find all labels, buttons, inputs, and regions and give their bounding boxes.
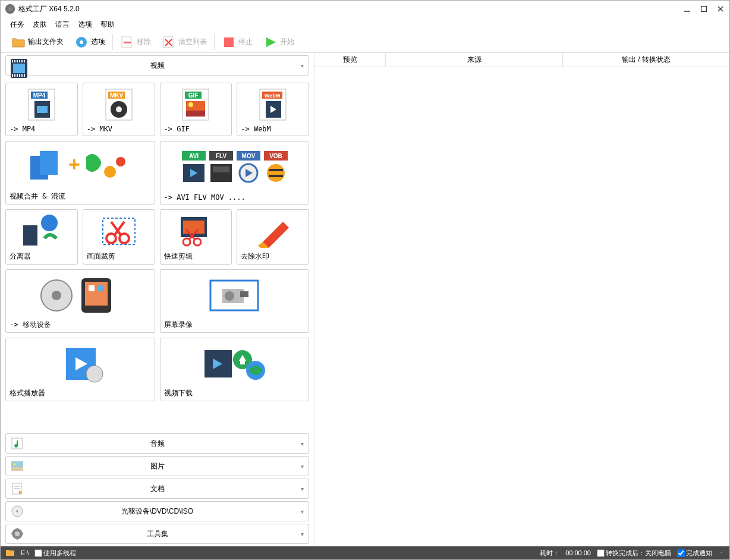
remove-icon <box>120 35 134 49</box>
tile-downloader[interactable]: 视频下载 <box>160 338 310 401</box>
start-button[interactable]: 开始 <box>260 34 298 51</box>
svg-rect-50 <box>213 166 229 172</box>
player-icon <box>10 342 151 386</box>
svg-text:MOV: MOV <box>242 153 256 159</box>
menu-help[interactable]: 帮助 <box>100 20 115 30</box>
close-button[interactable] <box>716 5 725 13</box>
clear-list-button[interactable]: 清空列表 <box>158 34 210 51</box>
tile-avi-more[interactable]: AVI FLV MOV VOB -> AVI FLV MOV .... <box>160 141 310 205</box>
chevron-down-icon: ▾ <box>301 508 304 515</box>
separator <box>112 34 113 50</box>
gif-icon: GIF <box>164 87 228 122</box>
svg-rect-11 <box>224 37 234 47</box>
tile-mkv-label: -> MKV <box>87 122 151 133</box>
tile-mp4[interactable]: MP4 -> MP4 <box>5 83 78 136</box>
svg-point-57 <box>41 215 58 231</box>
stop-button[interactable]: 停止 <box>218 34 256 51</box>
svg-rect-88 <box>240 360 245 364</box>
multithread-toggle[interactable]: 使用多线程 <box>34 549 76 558</box>
chevron-down-icon: ▾ <box>301 62 304 69</box>
tile-crop[interactable]: 画面裁剪 <box>83 209 155 265</box>
options-button[interactable]: 选项 <box>71 34 109 51</box>
audio-category-header[interactable]: 音频 ▾ <box>5 433 309 454</box>
tile-watermark[interactable]: 去除水印 <box>237 209 309 265</box>
minimize-button[interactable] <box>683 5 691 13</box>
svg-text:WebM: WebM <box>265 93 280 99</box>
disc-category-header[interactable]: 光驱设备\DVD\CD\ISO ▾ <box>5 501 309 521</box>
title-bar: 格式工厂 X64 5.2.0 <box>1 1 729 17</box>
tile-quick-trim[interactable]: 快速剪辑 <box>160 209 232 265</box>
clear-icon <box>162 35 176 49</box>
remove-button[interactable]: 移除 <box>117 34 155 51</box>
window-title: 格式工厂 X64 5.2.0 <box>18 4 683 14</box>
crop-icon <box>87 213 151 249</box>
chevron-down-icon: ▾ <box>301 441 304 447</box>
output-folder-button[interactable]: 输出文件夹 <box>8 34 67 51</box>
folder-small-icon[interactable] <box>5 548 15 558</box>
image-cat-icon <box>11 460 24 473</box>
tile-screen-rec[interactable]: 屏幕录像 <box>160 269 310 333</box>
svg-point-93 <box>13 463 15 465</box>
disc-icon <box>11 505 24 518</box>
drive-path[interactable]: E:\ <box>21 549 29 556</box>
after-convert-label: 转换完成后：关闭电脑 <box>606 549 671 556</box>
tile-merge[interactable]: + 视频合并 & 混流 <box>5 141 155 205</box>
tile-gif[interactable]: GIF -> GIF <box>160 83 232 136</box>
menu-options[interactable]: 选项 <box>78 20 92 30</box>
right-panel: 预览 来源 输出 / 转换状态 <box>314 53 729 546</box>
maximize-button[interactable] <box>700 5 708 13</box>
image-category-label: 图片 <box>150 461 165 471</box>
tools-category-header[interactable]: 工具集 ▾ <box>5 524 309 544</box>
svg-text:VOB: VOB <box>269 153 282 159</box>
svg-text:FLV: FLV <box>216 153 226 159</box>
tile-mp4-label: -> MP4 <box>10 122 74 133</box>
document-category-header[interactable]: 文档 ▾ <box>5 479 309 499</box>
audio-icon <box>11 437 24 450</box>
svg-rect-80 <box>240 291 248 297</box>
svg-text:GIF: GIF <box>188 92 199 99</box>
tile-mkv[interactable]: MKV -> MKV <box>83 83 155 136</box>
mp4-icon: MP4 <box>10 87 74 122</box>
tile-splitter[interactable]: 分离器 <box>5 209 78 265</box>
tools-category-label: 工具集 <box>147 529 168 539</box>
mkv-icon: MKV <box>87 87 151 122</box>
after-convert-toggle[interactable]: 转换完成后：关闭电脑 <box>597 549 671 558</box>
toolbar: 输出文件夹 选项 移除 清空列表 停止 开始 <box>1 32 729 53</box>
menu-skin[interactable]: 皮肤 <box>33 20 47 30</box>
collapsed-categories: 音频 ▾ 图片 ▾ 文档 ▾ 光驱设备\DVD\CD\ISO ▾ <box>1 431 314 546</box>
chevron-down-icon: ▾ <box>301 531 304 537</box>
svg-rect-105 <box>21 533 23 534</box>
output-folder-label: 输出文件夹 <box>28 37 64 47</box>
svg-point-53 <box>267 164 285 182</box>
image-category-header[interactable]: 图片 ▾ <box>5 456 309 476</box>
notify-toggle[interactable]: 完成通知 <box>677 549 712 558</box>
eraser-icon <box>241 213 305 249</box>
window-controls <box>683 5 725 13</box>
tile-trim-label: 快速剪辑 <box>164 249 228 262</box>
svg-rect-92 <box>11 467 23 471</box>
menu-bar: 任务 皮肤 语言 选项 帮助 <box>1 17 729 32</box>
chevron-down-icon: ▾ <box>301 463 304 470</box>
video-tiles-panel: MP4 -> MP4 MKV -> MKV GIF - <box>1 80 314 431</box>
col-output[interactable]: 输出 / 转换状态 <box>563 53 729 67</box>
chevron-down-icon: ▾ <box>301 486 304 492</box>
tile-webm[interactable]: WebM -> WebM <box>237 83 309 136</box>
tile-player[interactable]: 格式播放器 <box>5 338 155 401</box>
svg-point-83 <box>86 366 103 382</box>
elapsed-label: 耗时： <box>540 549 559 558</box>
svg-rect-27 <box>186 111 205 117</box>
svg-rect-7 <box>124 42 131 43</box>
disc-category-label: 光驱设备\DVD\CD\ISO <box>121 506 193 517</box>
video-category-label: 视频 <box>150 61 165 71</box>
svg-rect-64 <box>183 221 204 234</box>
col-preview[interactable]: 预览 <box>314 53 386 67</box>
video-category-header[interactable]: 视频 ▾ <box>5 55 309 75</box>
tile-mobile[interactable]: -> 移动设备 <box>5 269 155 333</box>
task-list-body[interactable] <box>314 67 729 546</box>
menu-language[interactable]: 语言 <box>55 20 70 30</box>
col-source[interactable]: 来源 <box>386 53 563 67</box>
task-list-header: 预览 来源 输出 / 转换状态 <box>314 53 729 67</box>
multithread-label: 使用多线程 <box>43 549 76 556</box>
menu-task[interactable]: 任务 <box>10 20 24 30</box>
options-label: 选项 <box>91 37 105 47</box>
